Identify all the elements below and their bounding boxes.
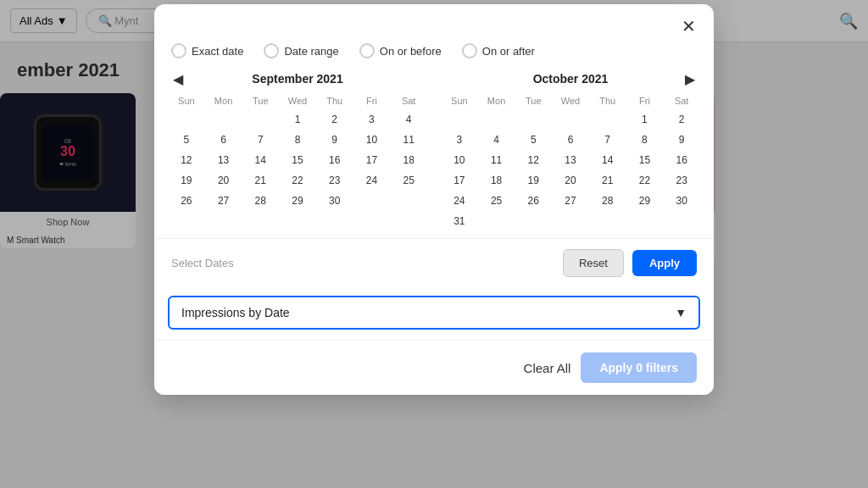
oct-day-10[interactable]: 10	[441, 150, 478, 170]
sep-day-4[interactable]: 4	[390, 109, 427, 130]
calendars-container: ◀ September 2021 Sun Mon Tue Wed Thu Fri	[154, 69, 714, 239]
oct-day-25[interactable]: 25	[478, 191, 515, 211]
sep-week-3: 12 13 14 15 16 17 18	[168, 150, 427, 170]
sep-day-8[interactable]: 8	[279, 130, 316, 150]
sep-day-11[interactable]: 11	[390, 130, 427, 150]
oct-day-18[interactable]: 18	[478, 170, 515, 191]
reset-button[interactable]: Reset	[563, 249, 624, 277]
oct-day-30[interactable]: 30	[663, 191, 700, 211]
prev-month-button[interactable]: ◀	[168, 69, 188, 89]
sep-day-29[interactable]: 29	[279, 191, 316, 211]
oct-week-3: 10 11 12 13 14 15 16	[441, 150, 700, 170]
dropdown-arrow-icon: ▼	[675, 306, 687, 319]
sep-day-3[interactable]: 3	[353, 109, 391, 130]
oct-day-16[interactable]: 16	[663, 150, 700, 170]
oct-day-9[interactable]: 9	[663, 130, 700, 150]
calendar-september: ◀ September 2021 Sun Mon Tue Wed Thu Fri	[168, 69, 427, 231]
oct-day-14[interactable]: 14	[589, 150, 626, 170]
impressions-row: Impressions by Date ▼	[154, 287, 714, 341]
sep-day-15[interactable]: 15	[279, 150, 316, 170]
oct-day-28[interactable]: 28	[589, 191, 626, 211]
on-or-after-label: On or after	[482, 45, 535, 58]
radio-circle-range	[264, 43, 279, 58]
exact-date-label: Exact date	[192, 45, 243, 58]
sep-day-17[interactable]: 17	[353, 150, 391, 170]
action-bar: Clear All Apply 0 filters	[154, 341, 714, 395]
september-month-year: September 2021	[252, 72, 342, 86]
oct-day-2[interactable]: 2	[663, 109, 700, 130]
sep-day-28[interactable]: 28	[242, 191, 279, 211]
radio-circle-after	[462, 43, 477, 58]
oct-day-3[interactable]: 3	[441, 130, 478, 150]
oct-day-7[interactable]: 7	[589, 130, 626, 150]
oct-day-31[interactable]: 31	[441, 211, 478, 231]
october-day-headers: Sun Mon Tue Wed Thu Fri Sat	[441, 94, 700, 109]
select-dates-label: Select Dates	[171, 257, 234, 269]
clear-all-button[interactable]: Clear All	[524, 361, 571, 375]
sep-week-2: 5 6 7 8 9 10 11	[168, 130, 427, 150]
radio-on-or-before[interactable]: On or before	[359, 43, 442, 58]
modal-overlay: ✕ Exact date Date range On or before On …	[0, 0, 868, 488]
oct-day-26[interactable]: 26	[515, 191, 552, 211]
oct-day-22[interactable]: 22	[626, 170, 664, 191]
calendar-footer: Select Dates Reset Apply	[154, 239, 714, 287]
oct-week-4: 17 18 19 20 21 22 23	[441, 170, 700, 191]
sep-day-20[interactable]: 20	[205, 170, 242, 191]
sep-day-27[interactable]: 27	[205, 191, 242, 211]
sep-day-19[interactable]: 19	[168, 170, 205, 191]
oct-day-17[interactable]: 17	[441, 170, 478, 191]
september-day-headers: Sun Mon Tue Wed Thu Fri Sat	[168, 94, 427, 109]
oct-week-6: 31	[441, 211, 700, 231]
apply-filters-button[interactable]: Apply 0 filters	[581, 352, 697, 383]
sep-day-21[interactable]: 21	[242, 170, 279, 191]
oct-day-29[interactable]: 29	[626, 191, 664, 211]
radio-date-range[interactable]: Date range	[264, 43, 338, 58]
next-month-button[interactable]: ▶	[680, 69, 700, 89]
sep-day-13[interactable]: 13	[205, 150, 242, 170]
oct-day-5[interactable]: 5	[515, 130, 552, 150]
sep-day-6[interactable]: 6	[205, 130, 242, 150]
date-type-selector: Exact date Date range On or before On or…	[154, 38, 714, 69]
sep-day-5[interactable]: 5	[168, 130, 205, 150]
apply-button[interactable]: Apply	[632, 250, 697, 276]
impressions-dropdown[interactable]: Impressions by Date ▼	[168, 296, 700, 330]
sep-day-26[interactable]: 26	[168, 191, 205, 211]
sep-day-1[interactable]: 1	[279, 109, 316, 130]
oct-day-23[interactable]: 23	[663, 170, 700, 191]
calendar-october: October 2021 ▶ Sun Mon Tue Wed Thu Fri S…	[441, 69, 700, 231]
sep-day-30[interactable]: 30	[316, 191, 353, 211]
oct-day-11[interactable]: 11	[478, 150, 515, 170]
radio-exact-date[interactable]: Exact date	[171, 43, 243, 58]
sep-day-10[interactable]: 10	[353, 130, 391, 150]
sep-day-23[interactable]: 23	[316, 170, 353, 191]
oct-day-24[interactable]: 24	[441, 191, 478, 211]
sep-day-18[interactable]: 18	[390, 150, 427, 170]
october-month-year: October 2021	[533, 72, 609, 86]
sep-day-9[interactable]: 9	[316, 130, 353, 150]
sep-day-14[interactable]: 14	[242, 150, 279, 170]
sep-day-22[interactable]: 22	[279, 170, 316, 191]
september-grid: Sun Mon Tue Wed Thu Fri Sat 1 2	[168, 94, 427, 211]
oct-day-12[interactable]: 12	[515, 150, 552, 170]
oct-day-27[interactable]: 27	[552, 191, 589, 211]
sep-day-24[interactable]: 24	[353, 170, 391, 191]
sep-day-7[interactable]: 7	[242, 130, 279, 150]
oct-day-6[interactable]: 6	[552, 130, 589, 150]
oct-day-19[interactable]: 19	[515, 170, 552, 191]
close-button[interactable]: ✕	[676, 14, 700, 38]
sep-day-25[interactable]: 25	[390, 170, 427, 191]
radio-on-or-after[interactable]: On or after	[462, 43, 535, 58]
oct-week-1: 1 2	[441, 109, 700, 130]
oct-day-20[interactable]: 20	[552, 170, 589, 191]
sep-day-12[interactable]: 12	[168, 150, 205, 170]
oct-day-21[interactable]: 21	[589, 170, 626, 191]
modal-close-row: ✕	[154, 4, 714, 38]
oct-day-1[interactable]: 1	[626, 109, 664, 130]
oct-day-4[interactable]: 4	[478, 130, 515, 150]
sep-day-2[interactable]: 2	[316, 109, 353, 130]
oct-day-13[interactable]: 13	[552, 150, 589, 170]
oct-day-15[interactable]: 15	[626, 150, 664, 170]
oct-week-5: 24 25 26 27 28 29 30	[441, 191, 700, 211]
oct-day-8[interactable]: 8	[626, 130, 664, 150]
sep-day-16[interactable]: 16	[316, 150, 353, 170]
